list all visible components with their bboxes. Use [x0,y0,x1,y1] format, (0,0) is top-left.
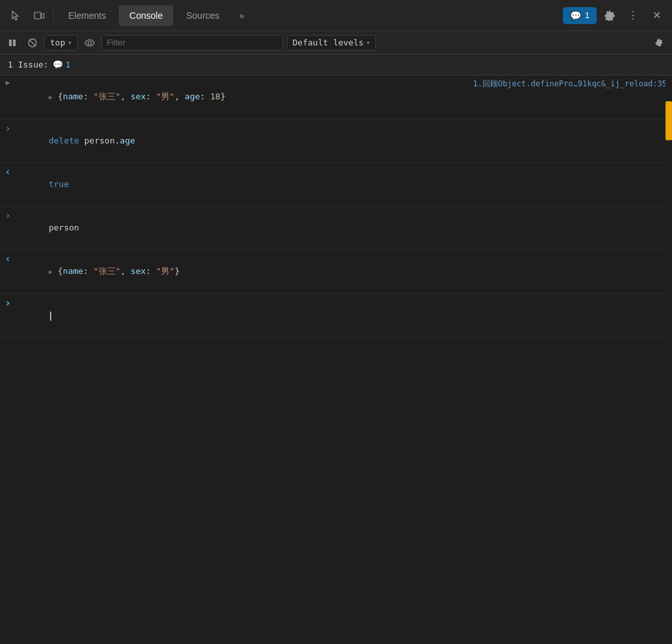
line-content-5: ▶ {name: "张三", sex: "男"} [16,251,672,292]
tab-elements[interactable]: Elements [58,5,116,26]
console-input-line-4: › person [0,206,672,250]
console-input-line-2: › delete person.age [0,119,672,163]
line-content-2: delete person.age [16,121,672,161]
close-icon: ✕ [653,9,661,21]
svg-rect-2 [9,40,12,46]
svg-rect-0 [34,12,41,19]
tab-console[interactable]: Console [119,5,173,26]
svg-line-5 [29,40,36,46]
issue-badge-count: 1 [66,60,71,69]
scrollbar-thumb[interactable] [666,101,672,140]
more-tabs-btn[interactable]: » [232,6,251,25]
more-options-btn[interactable]: ⋮ [623,5,643,26]
messages-badge-btn[interactable]: 💬 1 [563,7,597,24]
input-prompt-4: › [5,209,11,221]
log-levels-selector[interactable]: Default levels ▾ [287,35,377,51]
dots-icon: ⋮ [628,9,638,21]
eye-btn[interactable] [82,35,97,51]
device-toggle-btn[interactable] [29,5,49,26]
text-cursor [50,312,51,321]
console-cursor-line[interactable]: › [0,294,672,338]
second-toolbar: top ▾ Default levels ▾ [0,31,672,55]
levels-chevron-icon: ▾ [366,39,370,46]
default-levels-label: Default levels [293,38,364,47]
line-content-4: person [16,208,672,248]
line-gutter-cursor: › [0,295,16,309]
context-label: top [50,38,65,47]
messages-count: 1 [585,10,590,20]
line-content-1: ▶ {name: "张三", sex: "男", age: 18} [16,77,473,118]
input-prompt-2: › [5,122,11,134]
console-return-line-5: ‹ ▶ {name: "张三", sex: "男"} [0,250,672,294]
expand-arrow-1[interactable]: ▶ [5,78,10,87]
clear-console-btn[interactable] [25,35,40,51]
issue-message-icon: 💬 [53,60,63,69]
line-gutter-3: ‹ [0,164,16,178]
console-area: ▶ ▶ {name: "张三", sex: "男", age: 18} 1.回顾… [0,75,672,644]
console-log-line-1: ▶ ▶ {name: "张三", sex: "男", age: 18} 1.回顾… [0,75,672,119]
cursor-icon-btn[interactable] [5,5,26,26]
line-gutter-4: › [0,208,16,221]
line-content-3: true [16,164,672,204]
top-toolbar: Elements Console Sources » 💬 1 ⋮ ✕ [0,0,672,31]
console-settings-btn[interactable] [651,35,667,51]
issue-count-text: 1 Issue: [8,60,49,69]
tab-sources[interactable]: Sources [176,5,230,26]
line-gutter-5: ‹ [0,251,16,265]
cursor-input-area[interactable] [16,295,672,336]
execute-btn[interactable] [5,35,21,51]
return-arrow-5: ‹ [5,253,11,265]
chevron-down-icon: ▾ [68,39,71,46]
svg-rect-3 [13,40,16,46]
cursor-prompt-icon: › [5,297,11,309]
filter-input[interactable] [101,35,283,51]
expand-triangle-1[interactable]: ▶ [49,91,56,104]
svg-rect-1 [42,14,44,18]
close-devtools-btn[interactable]: ✕ [646,5,667,26]
settings-btn[interactable] [599,5,620,26]
svg-point-6 [88,41,91,44]
issue-badge[interactable]: 💬 1 [53,60,71,69]
context-selector[interactable]: top ▾ [44,35,78,51]
scrollbar-track[interactable] [666,75,672,644]
line-gutter-1: ▶ [0,77,16,87]
line-gutter-2: › [0,121,16,134]
console-return-line-3: ‹ true [0,163,672,206]
message-icon: 💬 [570,10,581,21]
issue-bar: 1 Issue: 💬 1 [0,55,672,75]
line-source-1[interactable]: 1.回顾Object.definePro…91kqc&_ij_reload:35 [473,77,672,90]
expand-triangle-5[interactable]: ▶ [49,266,56,279]
return-arrow-3: ‹ [5,166,11,178]
toolbar-divider [53,9,54,22]
